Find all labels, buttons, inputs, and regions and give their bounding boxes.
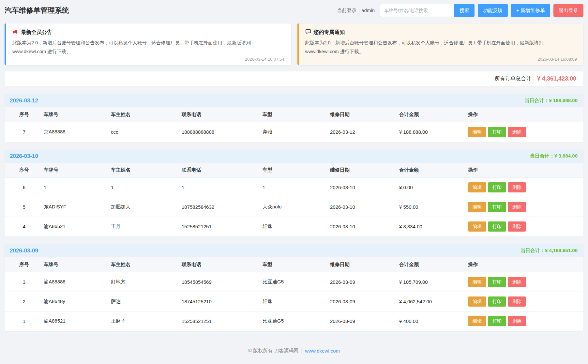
cell-amount: ¥ 400.00 <box>399 311 468 331</box>
print-button[interactable]: 打印 <box>488 127 506 137</box>
footer-link[interactable]: www.dkewl.com <box>305 348 340 354</box>
orders-table: 序号 车牌号 车主姓名 联系电话 车型 维修日期 合计金额 操作 3 渝A888… <box>5 257 583 331</box>
col-owner: 车主姓名 <box>111 257 182 272</box>
cell-phone: 15258521251 <box>182 217 263 236</box>
cell-owner: 1 <box>111 178 182 197</box>
group-date: 2026-03-12 <box>10 98 38 104</box>
print-button[interactable]: 打印 <box>488 202 506 212</box>
announcement-title: 最新全员公告 <box>21 29 52 36</box>
print-button[interactable]: 打印 <box>488 221 506 232</box>
cell-seq: 3 <box>5 272 44 292</box>
cell-model: 大众polo <box>263 197 330 217</box>
page-title: 汽车维修单管理系统 <box>5 6 69 15</box>
print-button[interactable]: 打印 <box>488 296 506 307</box>
group-total: 当日合计：¥ 188,888.00 <box>524 98 578 104</box>
cell-phone: 1 <box>182 178 263 197</box>
cell-phone: 188888888888 <box>182 122 263 142</box>
table-row: 1 渝A86521 王麻子 15258521251 比亚迪G5 2026-03-… <box>5 311 583 331</box>
cell-owner: 好地方 <box>111 272 182 292</box>
footer: © 版权所有 刀客源码网 | www.dkewl.com <box>0 343 588 358</box>
copyright-text: © 版权所有 刀客源码网 <box>248 348 298 354</box>
delete-button[interactable]: 删除 <box>508 277 526 287</box>
col-amount: 合计金额 <box>399 163 468 178</box>
top-actions: 当前登录：admin 搜索 功能反馈 + 新增维修单 退出登录 <box>337 4 583 17</box>
group-total-amount: ¥ 3,884.00 <box>554 153 578 159</box>
cell-actions: 编辑打印删除 <box>468 272 583 292</box>
col-date: 维修日期 <box>330 257 399 272</box>
cell-model: 奔驰 <box>263 122 330 142</box>
cell-amount: ¥ 3,334.00 <box>399 217 468 236</box>
edit-button[interactable]: 编辑 <box>468 277 486 287</box>
group-header: 2026-03-10 当日合计：¥ 3,884.00 <box>5 150 583 163</box>
group-date: 2026-03-10 <box>10 153 38 159</box>
print-button[interactable]: 打印 <box>488 277 506 287</box>
delete-button[interactable]: 删除 <box>508 182 526 192</box>
delete-button[interactable]: 删除 <box>508 127 526 137</box>
col-phone: 联系电话 <box>182 257 263 272</box>
cell-seq: 1 <box>5 311 44 331</box>
order-group-2026-03-12: 2026-03-12 当日合计：¥ 188,888.00 序号 车牌号 车主姓名… <box>5 94 583 142</box>
group-date: 2026-03-09 <box>10 248 38 254</box>
cell-date: 2026-03-12 <box>330 122 399 142</box>
edit-button[interactable]: 编辑 <box>468 296 486 307</box>
cell-phone: 15258521251 <box>182 311 263 331</box>
delete-button[interactable]: 删除 <box>508 221 526 232</box>
group-total-amount: ¥ 188,888.00 <box>549 98 578 103</box>
grand-total-bar: 所有订单总合计： ¥ 4,361,423.00 <box>5 71 583 86</box>
edit-button[interactable]: 编辑 <box>468 221 486 232</box>
cell-actions: 编辑打印删除 <box>468 292 583 311</box>
cell-date: 2026-03-10 <box>330 197 399 217</box>
cell-actions: 编辑打印删除 <box>468 311 583 331</box>
group-header: 2026-03-12 当日合计：¥ 188,888.00 <box>5 94 583 107</box>
col-actions: 操作 <box>468 257 583 272</box>
cell-amount: ¥ 4,062,542.00 <box>399 292 468 311</box>
delete-button[interactable]: 删除 <box>508 316 526 326</box>
cell-owner: 萨达 <box>111 292 182 311</box>
edit-button[interactable]: 编辑 <box>468 182 486 192</box>
personal-time: 2026-03-14 16:08:09 <box>305 57 577 62</box>
col-phone: 联系电话 <box>182 107 263 122</box>
login-status: 当前登录：admin <box>337 8 375 14</box>
table-row: 6 1 1 1 1 2026-03-10 ¥ 0.00 编辑打印删除 <box>5 178 583 197</box>
order-group-2026-03-09: 2026-03-09 当日合计：¥ 4,168,651.00 序号 车牌号 车主… <box>5 244 583 331</box>
print-button[interactable]: 打印 <box>488 316 506 326</box>
personal-title: 您的专属通知 <box>314 29 345 36</box>
orders-table: 序号 车牌号 车主姓名 联系电话 车型 维修日期 合计金额 操作 7 京A888… <box>5 107 583 142</box>
cell-seq: 2 <box>5 292 44 311</box>
cell-model: 比亚迪G5 <box>263 272 330 292</box>
search-group: 搜索 <box>380 4 475 17</box>
edit-button[interactable]: 编辑 <box>468 127 486 137</box>
notice-card-personal: 您的专属通知 此版本为2.0，新增后台账号管理和公告发布，可以私发个人账号，适合… <box>297 23 584 65</box>
search-button[interactable]: 搜索 <box>454 4 475 17</box>
feedback-button[interactable]: 功能反馈 <box>478 4 508 17</box>
table-row: 3 渝A88888 好地方 18545854569 比亚迪G5 2026-03-… <box>5 272 583 292</box>
order-group-2026-03-10: 2026-03-10 当日合计：¥ 3,884.00 序号 车牌号 车主姓名 联… <box>5 150 583 236</box>
cell-phone: 18545854569 <box>182 272 263 292</box>
table-header-row: 序号 车牌号 车主姓名 联系电话 车型 维修日期 合计金额 操作 <box>5 107 583 122</box>
logout-button[interactable]: 退出登录 <box>553 4 583 17</box>
search-input[interactable] <box>380 4 454 17</box>
cell-seq: 6 <box>5 178 44 197</box>
cell-date: 2026-03-09 <box>330 272 399 292</box>
table-row: 4 渝A86521 王丹 15258521251 轩逸 2026-03-10 ¥… <box>5 217 583 236</box>
cell-amount: ¥ 188,888.00 <box>399 122 468 142</box>
col-model: 车型 <box>263 163 330 178</box>
edit-button[interactable]: 编辑 <box>468 202 486 212</box>
announcement-title-row: 最新全员公告 <box>12 29 284 36</box>
col-actions: 操作 <box>468 163 583 178</box>
print-button[interactable]: 打印 <box>488 182 506 192</box>
cell-model: 比亚迪G5 <box>263 311 330 331</box>
col-plate: 车牌号 <box>44 107 111 122</box>
edit-button[interactable]: 编辑 <box>468 316 486 326</box>
delete-button[interactable]: 删除 <box>508 202 526 212</box>
page-container: 汽车维修单管理系统 当前登录：admin 搜索 功能反馈 + 新增维修单 退出登… <box>0 0 588 331</box>
group-total: 当日合计：¥ 4,168,651.00 <box>520 248 578 254</box>
group-total-label: 当日合计： <box>520 248 545 253</box>
delete-button[interactable]: 删除 <box>508 296 526 307</box>
col-seq: 序号 <box>5 257 44 272</box>
grand-total-label: 所有订单总合计： <box>495 75 536 82</box>
col-date: 维修日期 <box>330 163 399 178</box>
add-repair-order-button[interactable]: + 新增维修单 <box>511 4 550 17</box>
cell-date: 2026-03-09 <box>330 311 399 331</box>
cell-plate: 渝A86521 <box>44 217 111 236</box>
